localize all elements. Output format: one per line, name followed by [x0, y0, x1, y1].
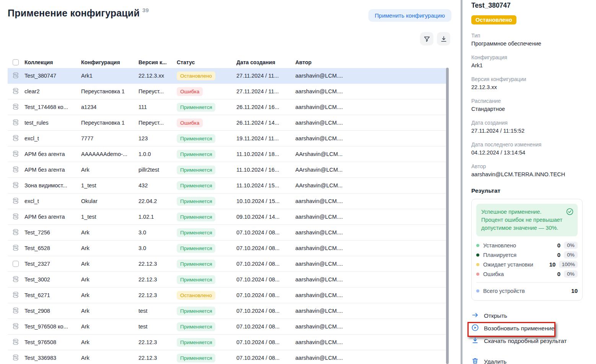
table-header-select-cell	[8, 59, 24, 65]
row-collection: Test_336983	[24, 355, 81, 361]
row-created-date: 27.11.2024 / 11...	[236, 73, 295, 79]
table-row[interactable]: АРМ без агентаAAAAAAAdemo-...1.0.0Примен…	[8, 146, 446, 162]
row-created-date: 26.11.2024 / 16...	[236, 104, 295, 110]
row-lead-cell	[8, 104, 24, 111]
play-circle-icon	[471, 324, 479, 333]
row-configuration: Ark	[81, 229, 138, 236]
status-pill: Применяется	[177, 103, 215, 112]
table-row[interactable]: excl_t7777123Применяется19.11.2024 / 11.…	[8, 131, 446, 146]
stat-value: 10	[546, 261, 555, 268]
column-header-author[interactable]: Автор	[295, 59, 348, 65]
column-header-config[interactable]: Конфигурация	[81, 59, 138, 65]
page-title: Применение конфигураций39	[8, 8, 149, 19]
field-value: Программное обеспечение	[471, 40, 587, 47]
status-pill: Применяется	[177, 166, 215, 174]
column-header-version[interactable]: Версия к...	[138, 59, 177, 65]
open-action[interactable]: Открыть	[471, 310, 507, 321]
row-version: test	[138, 323, 177, 330]
row-configuration: Переустановка 1	[81, 88, 138, 94]
collection-icon	[13, 198, 19, 205]
table-row[interactable]: Test_2327Ark22.12.3Применяется07.10.2024…	[8, 256, 446, 272]
row-checkbox[interactable]	[13, 261, 19, 267]
row-configuration: 1_test	[81, 182, 138, 188]
table-row[interactable]: Test_336983Ark22.12.3Применяется07.10.20…	[8, 350, 446, 364]
table-scrollbar[interactable]	[446, 68, 449, 364]
result-stat-row: Ожидает установки10100%	[476, 260, 578, 269]
resume-apply-action[interactable]: Возобновить применение	[471, 323, 555, 334]
row-created-date: 07.10.2024 / 08...	[236, 245, 295, 251]
row-author: AArshavin@LCM...	[295, 151, 348, 157]
download-result-action[interactable]: Скачать подробный результат	[471, 336, 567, 346]
collection-icon	[13, 292, 19, 299]
result-heading: Результат	[471, 187, 587, 194]
status-pill: Применяется	[177, 260, 215, 268]
table-row[interactable]: Test_6271Ark22.12.3Остановлено07.10.2024…	[8, 288, 446, 303]
row-collection: clear2	[24, 88, 81, 94]
row-author: aarshavin@LCM....	[295, 323, 348, 330]
row-lead-cell	[8, 307, 24, 315]
table-row[interactable]: excl_tOkular22.04.2Применяется10.10.2024…	[8, 193, 446, 209]
row-lead-cell	[8, 261, 24, 267]
row-status-cell: Применяется	[177, 322, 236, 331]
field-label: Версия конфигурации	[471, 76, 587, 83]
row-author: AArshavin@LCM...	[295, 167, 348, 173]
row-status-cell: Применяется	[177, 181, 236, 190]
table-row[interactable]: АРМ без агента1_test1.02.1Применяется09.…	[8, 209, 446, 225]
row-author: aarshavin@LCM....	[295, 104, 348, 110]
table-row[interactable]: Test_976508 ко...ArktestПрименяется07.10…	[8, 319, 446, 335]
table-row[interactable]: Test_976508Ark22.12.3Применяется07.10.20…	[8, 335, 446, 350]
status-pill: Применяется	[177, 228, 215, 237]
stat-label: Планируется	[483, 252, 550, 258]
detail-field: Авторaarshavin@LCM.TERRA.INNO.TECH	[471, 163, 587, 178]
table-row[interactable]: Test_6528Ark3.0Применяется07.10.2024 / 0…	[8, 240, 446, 256]
table-row[interactable]: Test_3002Ark22.12.3Применяется07.10.2024…	[8, 272, 446, 288]
row-version: 432	[138, 182, 177, 188]
record-count: 39	[142, 7, 149, 13]
row-created-date: 19.11.2024 / 11...	[236, 135, 295, 141]
row-collection: Test_174468 ко...	[24, 104, 81, 110]
row-status-cell: Применяется	[177, 150, 236, 159]
stats-divider	[476, 282, 578, 283]
row-collection: test_rules	[24, 120, 81, 126]
field-label: Конфигурация	[471, 54, 587, 61]
page-title-text: Применение конфигураций	[8, 8, 140, 18]
row-version: 123	[138, 135, 177, 141]
configurations-table: КоллекцияКонфигурацияВерсия к...СтатусДа…	[8, 57, 446, 364]
row-collection: Test_2908	[24, 308, 81, 314]
row-version: 1.0.0	[138, 151, 177, 157]
table-row[interactable]: Test_2908ArktestПрименяется07.10.2024 / …	[8, 303, 446, 319]
filter-button[interactable]	[420, 32, 433, 46]
table-row[interactable]: test_rulesПереустановка 1Переуст...Ошибк…	[8, 115, 446, 131]
row-lead-cell	[8, 323, 24, 330]
table-row[interactable]: Test_380747Ark122.12.3.xxОстановлено27.1…	[8, 68, 446, 84]
field-label: Автор	[471, 163, 587, 170]
table-row[interactable]: Test_7256Ark3.0Применяется07.10.2024 / 0…	[8, 225, 446, 240]
table-row[interactable]: Зона видимост...1_test432Применяется11.1…	[8, 178, 446, 193]
column-header-name[interactable]: Коллекция	[24, 59, 81, 65]
column-header-status[interactable]: Статус	[177, 59, 236, 65]
row-version: 22.12.3	[138, 276, 177, 283]
row-author: aarshavin@LCM....	[295, 120, 348, 126]
row-version: 22.12.3	[138, 355, 177, 361]
row-configuration: Okular	[81, 198, 138, 204]
row-version: 22.12.3	[138, 261, 177, 267]
row-configuration: Ark	[81, 323, 138, 330]
row-created-date: 11.10.2024 / 15...	[236, 182, 295, 188]
apply-configuration-button[interactable]: Применить конфигурацию	[368, 9, 451, 22]
row-configuration: AAAAAAAdemo-...	[81, 151, 138, 157]
row-configuration: Ark	[81, 339, 138, 345]
table-row[interactable]: АРМ без агентаArkpillr2testПрименяется11…	[8, 162, 446, 178]
row-collection: Test_976508	[24, 339, 81, 345]
row-version: 22.04.2	[138, 198, 177, 204]
row-created-date: 09.10.2024 / 14...	[236, 214, 295, 220]
select-all-checkbox[interactable]	[13, 59, 19, 65]
table-row[interactable]: clear2Переустановка 1Переуст...Ошибка27.…	[8, 84, 446, 99]
table-row[interactable]: Test_174468 ко...a1234111Применяется26.1…	[8, 99, 446, 115]
row-configuration: Ark	[81, 292, 138, 298]
status-pill: Применяется	[177, 213, 215, 221]
export-button[interactable]	[437, 32, 450, 46]
delete-action[interactable]: Удалить	[471, 356, 506, 364]
row-collection: Test_380747	[24, 73, 81, 79]
row-collection: Зона видимост...	[24, 182, 81, 188]
column-header-date[interactable]: Дата создания	[236, 59, 295, 65]
